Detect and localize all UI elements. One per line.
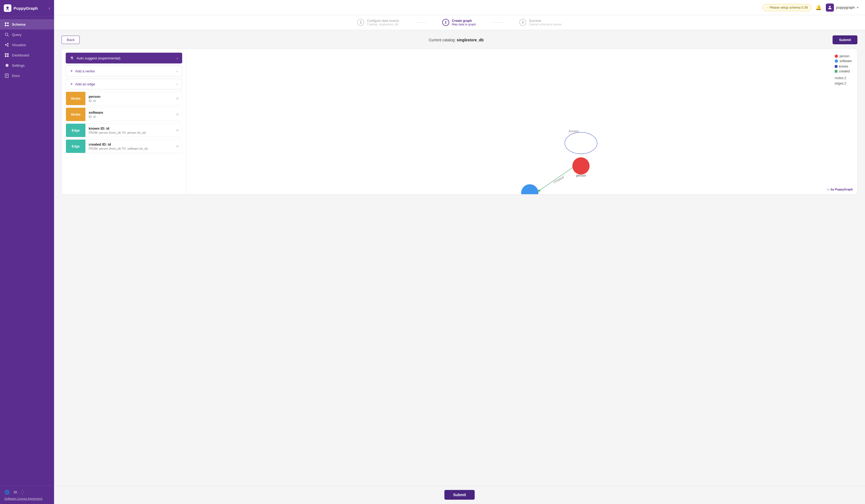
- step-divider-2: [492, 22, 503, 23]
- auto-suggest-button[interactable]: ⚗ Auto suggest (experimental) ›: [66, 53, 182, 63]
- sidebar-item-visualize[interactable]: Visualize: [0, 40, 54, 50]
- catalog-info: Current catalog: singlestore_db: [429, 38, 484, 42]
- add-edge-button[interactable]: + Add an edge ›: [66, 79, 182, 90]
- plus-grid-icon[interactable]: ⁛: [21, 490, 24, 495]
- edge-name-created: created ID: id: [89, 142, 170, 146]
- schema-icon: [4, 22, 9, 27]
- svg-point-8: [5, 33, 8, 36]
- legend-person-dot: [835, 55, 838, 58]
- svg-point-30: [521, 184, 539, 194]
- vertex-item-software: Vertex software ID: id ×: [66, 107, 182, 121]
- schema-setup-badge[interactable]: ··· Please setup schema 0.38: [763, 4, 811, 11]
- step-1-circle: 1: [357, 19, 364, 26]
- nodes-count: nodes:2: [835, 75, 852, 81]
- vertex-close-software[interactable]: ×: [173, 108, 182, 121]
- step-3: 3 Success Submit schema to server: [519, 19, 562, 26]
- app-logo: PuppyGraph: [4, 4, 38, 12]
- topbar: ··· Please setup schema 0.38 🔔 puppygrap…: [54, 0, 865, 15]
- legend-knows-label: knows: [839, 65, 848, 68]
- flask-icon: ⚗: [70, 56, 73, 60]
- graph-area: ⚗ Auto suggest (experimental) › + Add a …: [62, 49, 857, 195]
- svg-line-13: [6, 44, 7, 45]
- vertex-name-person: person: [89, 95, 170, 98]
- vertex-badge-software: Vertex: [66, 108, 85, 121]
- step-2-circle: 2: [442, 19, 449, 26]
- sidebar-item-dashboard[interactable]: Dashboard: [0, 50, 54, 60]
- step-divider-1: [415, 22, 426, 23]
- svg-rect-4: [7, 25, 9, 26]
- submit-button-bottom[interactable]: Submit: [445, 490, 474, 500]
- edge-close-knows[interactable]: ×: [173, 124, 182, 137]
- step-1-text: Configure data source Catalog: singlesto…: [367, 19, 399, 26]
- collapse-sidebar-button[interactable]: ‹: [49, 5, 50, 11]
- edge-content-created: created ID: id FROM: person (from_id) TO…: [85, 140, 173, 153]
- edge-item-knows: Edge knows ID: id FROM: person (from_id)…: [66, 124, 182, 137]
- plus-icon-vertex: +: [70, 69, 73, 73]
- edge-name-knows: knows ID: id: [89, 126, 170, 130]
- svg-point-10: [5, 44, 7, 46]
- svg-rect-16: [7, 53, 9, 55]
- svg-rect-1: [5, 22, 6, 24]
- logo-icon: [4, 4, 11, 12]
- sidebar-header: PuppyGraph ‹: [0, 0, 54, 16]
- sidebar-item-query[interactable]: Query: [0, 30, 54, 40]
- svg-text:knows: knows: [569, 129, 579, 133]
- svg-rect-2: [7, 22, 9, 24]
- svg-line-14: [6, 45, 7, 46]
- sidebar-item-schema[interactable]: Schema: [0, 19, 54, 30]
- step-2-label: Create graph: [452, 19, 476, 23]
- svg-rect-3: [5, 25, 6, 26]
- vertex-content-software: software ID: id: [85, 108, 173, 121]
- edge-detail-created: FROM: person (from_id) TO: software (to_…: [89, 147, 170, 150]
- submit-button-top[interactable]: Submit: [833, 35, 857, 44]
- vertex-badge-person: Vertex: [66, 92, 85, 105]
- edge-badge-created: Edge: [66, 140, 85, 153]
- svg-point-24: [565, 132, 597, 154]
- mail-icon[interactable]: ✉: [13, 490, 17, 495]
- graph-visualization: knows created person software: [186, 49, 857, 194]
- legend-software-label: software: [840, 59, 852, 63]
- sidebar: PuppyGraph ‹ Schema Query Visualize: [0, 0, 54, 504]
- step-3-circle: 3: [519, 19, 526, 26]
- sidebar-item-docs[interactable]: Docs: [0, 70, 54, 81]
- edge-content-knows: knows ID: id FROM: person (from_id) TO: …: [85, 124, 173, 137]
- svg-rect-17: [5, 55, 7, 57]
- step-3-sub: Submit schema to server: [529, 23, 562, 26]
- vertex-item-person: Vertex person ID: id ×: [66, 92, 182, 105]
- legend-stats: nodes:2 edges:2: [835, 75, 852, 86]
- chevron-right-icon: ›: [177, 56, 178, 60]
- chevron-right-icon-vertex: ›: [176, 69, 177, 73]
- globe-icon[interactable]: 🌐: [4, 490, 10, 495]
- add-vertex-button[interactable]: + Add a vertex ›: [66, 66, 182, 77]
- graph-svg: knows created person software: [186, 49, 857, 194]
- legend-knows-square: [835, 65, 838, 68]
- legend-person-label: person: [840, 54, 850, 58]
- dashboard-icon: [4, 53, 9, 58]
- svg-text:created: created: [553, 175, 565, 184]
- docs-icon: [4, 73, 9, 78]
- legend-person: person: [835, 54, 852, 58]
- svg-line-9: [8, 35, 9, 36]
- edges-count: edges:2: [835, 81, 852, 86]
- legend-created-square: [835, 70, 838, 73]
- main-content: ··· Please setup schema 0.38 🔔 puppygrap…: [54, 0, 865, 504]
- edge-detail-knows: FROM: person (from_id) TO: person (to_id…: [89, 131, 170, 134]
- steps-bar: 1 Configure data source Catalog: singles…: [54, 15, 865, 30]
- svg-rect-15: [5, 53, 7, 55]
- vertex-detail-software: ID: id: [89, 115, 170, 118]
- notification-bell-icon[interactable]: 🔔: [816, 4, 821, 11]
- svg-rect-18: [7, 55, 9, 57]
- back-button[interactable]: Back: [62, 36, 80, 44]
- step-3-label: Success: [529, 19, 562, 23]
- plus-icon-edge: +: [70, 82, 73, 86]
- legend-software-dot: [835, 59, 838, 63]
- vertex-close-person[interactable]: ×: [173, 92, 182, 105]
- catalog-prefix: Current catalog:: [429, 38, 456, 42]
- vertex-content-person: person ID: id: [85, 92, 173, 105]
- license-link[interactable]: Software License Agreement: [4, 497, 50, 500]
- sidebar-footer-icons: 🌐 ✉ ⁛: [4, 490, 50, 495]
- sidebar-item-settings[interactable]: Settings: [0, 60, 54, 70]
- step-1-label: Configure data source: [367, 19, 399, 23]
- user-menu-button[interactable]: puppygraph ▾: [826, 3, 858, 12]
- edge-close-created[interactable]: ×: [173, 140, 182, 153]
